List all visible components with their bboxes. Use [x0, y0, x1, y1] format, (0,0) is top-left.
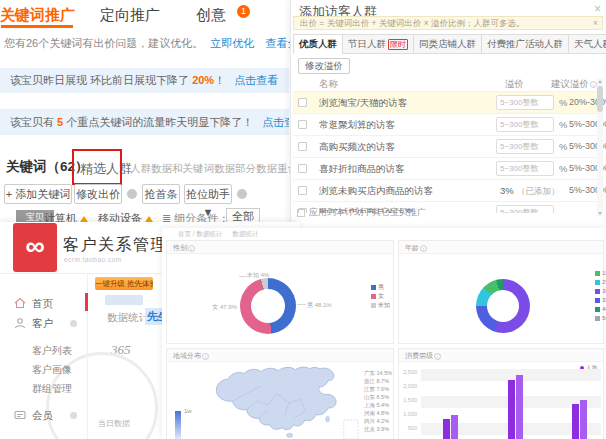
info-icon[interactable]: i: [434, 353, 441, 360]
row-checkbox[interactable]: [298, 164, 307, 173]
sidebar-item-customer-profile[interactable]: 客户画像: [0, 361, 88, 379]
list-item: 浙江 8.7%: [364, 377, 392, 385]
crowd-category-tabs: 优质人群 节日人群限时 同类店铺人群 付费推广活动人群 天气人群 人口属性人群: [293, 34, 605, 54]
age-card: 年龄i 18-24 25-29 30-34 35-39 40-49 50以上: [398, 240, 604, 344]
legend-swatch: [595, 298, 600, 303]
sidebar-label: 客户画像: [32, 361, 72, 379]
gender-legend: 男 女 未知: [371, 283, 390, 310]
y-axis-tick: 2,000: [399, 383, 417, 389]
breadcrumb-section: 数据统计: [232, 230, 258, 237]
bar-chart-plot: [421, 369, 601, 439]
scroll-down-icon[interactable]: ▼: [597, 210, 603, 216]
home-icon: [14, 297, 26, 309]
crowd-data-hint: 人群数据和关键词数据部分数据重合: [130, 162, 290, 176]
tab-creative[interactable]: 创意: [196, 6, 226, 25]
premium-input[interactable]: [496, 139, 554, 154]
collapse-dot-icon[interactable]: [70, 320, 77, 327]
info-icon[interactable]: i: [420, 245, 427, 252]
breadcrumb: 首页 / 数据统计数据统计: [168, 230, 258, 239]
province-ranking-list: 广东 14.5% 浙江 8.7% 江苏 7.6% 山东 6.5% 上海 5.4%…: [364, 369, 392, 433]
premium-input[interactable]: [496, 117, 554, 132]
callout-male: 男 48.1%: [307, 301, 332, 310]
premium-input[interactable]: [496, 95, 554, 110]
grab-top-button[interactable]: 抢首条: [142, 184, 180, 204]
view-account-bids-link[interactable]: 查看全账户出价: [265, 37, 290, 49]
date-filter-chip[interactable]: [105, 295, 143, 305]
scrollbar-thumb[interactable]: [597, 86, 603, 112]
table-row: 常逛聚划算的访客 % 5%-300%: [293, 113, 597, 135]
alert2-view-link[interactable]: 点击查看: [262, 116, 289, 128]
modify-bid-button[interactable]: 修改出价: [74, 184, 122, 204]
gender-card-title: 性别i: [167, 241, 393, 254]
sidebar-label: 首页: [32, 294, 53, 312]
bid-formula-infobar: 出价 = 关键词出价 + 关键词出价 × 溢价比例；人群可多选。 ×: [293, 16, 603, 30]
crm-title: 客户关系管理: [63, 235, 168, 256]
bar-group1-series2: [451, 415, 458, 439]
close-icon[interactable]: ×: [594, 2, 601, 16]
percent-unit: %: [559, 141, 567, 152]
dialog-scrollbar[interactable]: ▲ ▼: [597, 78, 603, 216]
alert2-text: 该宝贝有: [10, 116, 57, 128]
sidebar-item-members[interactable]: 会员: [0, 406, 88, 424]
stats-label: 数据统计: [107, 311, 149, 325]
legend-swatch: [371, 294, 376, 299]
info-icon[interactable]: i: [590, 81, 597, 88]
china-map[interactable]: [197, 365, 367, 439]
info-icon[interactable]: i: [188, 245, 195, 252]
callout-female: 女 47.9%: [205, 303, 237, 312]
info-icon[interactable]: i: [202, 353, 209, 360]
crowd-name: 浏览淘宝/天猫的访客: [319, 97, 407, 110]
callout-line: [239, 276, 249, 277]
south-china-sea-inset: [344, 420, 358, 439]
crm-domain: ecrm.taobao.com: [64, 256, 122, 263]
row-checkbox[interactable]: [298, 120, 307, 129]
row-checkbox[interactable]: [298, 186, 307, 195]
add-keyword-button[interactable]: + 添加关键词: [4, 184, 72, 204]
row-checkbox[interactable]: [298, 142, 307, 151]
legend-swatch: [371, 285, 376, 290]
infobar-text: 出价 = 关键词出价 + 关键词出价 × 溢价比例；人群可多选。: [300, 18, 525, 28]
collapse-dot-icon[interactable]: [70, 412, 77, 419]
visualmap-gradient-bar: [175, 411, 181, 439]
premium-input[interactable]: [496, 205, 554, 213]
upgrade-banner-button[interactable]: 一键升级 抢先体验: [95, 277, 153, 290]
column-suggest: 建议溢价i: [551, 78, 597, 91]
apply-to-plan-option[interactable]: 应用到本计划下其它宝贝推广: [297, 206, 426, 219]
bid-issue-notice: 您有26个关键词有出价问题，建议优化。 立即优化 查看全账户出价: [4, 36, 290, 51]
callout-unknown: 未知 4%: [247, 271, 269, 280]
bar-group2-series2: [516, 375, 523, 439]
gender-card: 性别i 未知 4% 男 48.1% 女 47.9% 男 女 未知: [166, 240, 394, 344]
tab-quality-crowd[interactable]: 优质人群: [293, 34, 343, 54]
sidebar-item-group-management[interactable]: 群组管理: [0, 380, 88, 398]
sidebar-item-home[interactable]: 首页: [0, 294, 88, 312]
table-row: 浏览未购买店内商品的访客 3% （已添加） 5%-300%: [293, 179, 597, 201]
sidebar-item-customer-list[interactable]: 客户列表: [0, 342, 88, 360]
y-axis-tick: 2,500: [399, 369, 417, 375]
row-checkbox[interactable]: [298, 98, 307, 107]
tab-similar-shop-crowd[interactable]: 同类店铺人群: [413, 34, 482, 54]
modify-premium-button[interactable]: 修改溢价: [298, 58, 350, 74]
hainan-island: [287, 433, 293, 437]
premium-input[interactable]: [496, 161, 554, 176]
analytics-panel: 首页 / 数据统计数据统计 性别i 未知 4% 男 48.1% 女 47.9% …: [162, 228, 606, 439]
rank-assistant-button[interactable]: 抢位助手 ▼: [184, 184, 232, 204]
alert1-view-link[interactable]: 点击查看: [234, 74, 278, 86]
apply-checkbox[interactable]: [297, 209, 305, 217]
scroll-up-icon[interactable]: ▲: [597, 78, 603, 84]
tab-keyword-promotion[interactable]: 关键词推广: [0, 6, 75, 25]
infobar-close-icon[interactable]: ×: [593, 17, 598, 29]
user-icon: [14, 317, 26, 329]
breadcrumb-path: 首页 / 数据统计: [178, 230, 222, 237]
help-icon[interactable]: [127, 189, 137, 199]
active-indicator: [85, 293, 88, 311]
tab-weather-crowd[interactable]: 天气人群: [568, 34, 606, 54]
optimize-now-link[interactable]: 立即优化: [210, 37, 254, 49]
tab-targeted-promotion[interactable]: 定向推广: [100, 6, 160, 25]
crowd-table: 名称 溢价 建议溢价i 浏览淘宝/天猫的访客 % 20%-300% 常逛聚划算的…: [293, 78, 597, 213]
tab-festival-crowd[interactable]: 节日人群限时: [342, 34, 414, 54]
list-item: 上海 5.4%: [364, 401, 392, 409]
sidebar-item-customers[interactable]: 客户: [0, 314, 88, 332]
list-item: 山东 6.5%: [364, 393, 392, 401]
help-icon[interactable]: [237, 189, 247, 199]
tab-paid-promo-crowd[interactable]: 付费推广活动人群: [481, 34, 569, 54]
